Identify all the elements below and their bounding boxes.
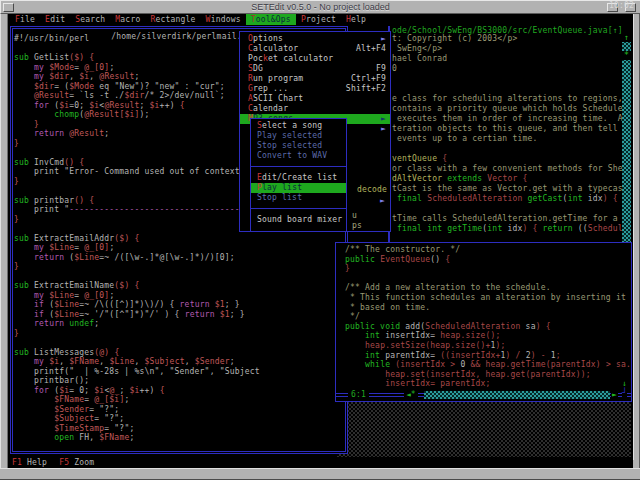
menu-item-sdg[interactable]: SDGF9 xyxy=(240,64,390,74)
code-line: ventQueue { xyxy=(392,154,628,164)
status-bar: F1 HelpF5 Zoom xyxy=(8,457,633,468)
code-line: for ($i= 0; $i<@_; $i++) { xyxy=(14,386,260,396)
code-line: print "---------------------------------… xyxy=(14,205,260,215)
hotkey-letter: k xyxy=(263,54,268,63)
menubar-item-project[interactable]: Project xyxy=(296,14,341,25)
code-line: return @Result; xyxy=(14,129,260,139)
code-line: tCast is the same as Vector.get with a t… xyxy=(392,184,628,194)
code-line: $Subject= "?"; xyxy=(14,414,260,424)
code-line: /** The constructor. */ xyxy=(345,245,631,255)
code-line: /** Add a new alteration to the schedule… xyxy=(345,283,631,293)
code-line: insertIdx= parentIdx; xyxy=(345,379,631,389)
code-line: chomp(@Result[$i]); xyxy=(14,110,260,120)
menu-separator xyxy=(251,203,346,215)
code-line: open FH, $FName; xyxy=(14,433,260,443)
menubar-item-tool-ops[interactable]: Tool&Ops xyxy=(246,14,296,25)
code-line: my $Line= @_[0]; xyxy=(14,291,260,301)
hotkey-letter: S xyxy=(75,15,80,24)
hotkey-letter: S xyxy=(248,64,253,73)
code-line: t: Copyright (c) 2003</p> xyxy=(392,34,628,44)
menubar-item-edit[interactable]: Edit xyxy=(40,14,70,25)
code-line: } xyxy=(14,215,260,225)
code-line: } xyxy=(14,262,260,272)
hotkey-letter: T xyxy=(251,15,256,24)
hotkey-letter: S xyxy=(257,121,262,130)
code-line: my $i, $FName, $Line, $Subject, $Sender; xyxy=(14,357,260,367)
code-line: sub GetList($) { xyxy=(14,53,260,63)
menu-item-pocket-calculator[interactable]: Pocket calculator xyxy=(240,54,390,64)
menu-item-grep-[interactable]: Grep ...Shift+F2 xyxy=(240,84,390,94)
code-line: events up to a certian time. xyxy=(392,134,628,144)
submenu-item-convert-to-wav: Convert to WAV xyxy=(251,151,346,161)
code-line: sub ExtractEmailName($) { xyxy=(14,281,260,291)
submenu-arrow-icon: ► xyxy=(381,124,386,134)
code-line: SwEng</p> xyxy=(392,44,628,54)
menu-shortcut: Alt+F4 xyxy=(356,44,386,54)
code-line: $TimeStamp= "?"; xyxy=(14,424,260,434)
window-border-right xyxy=(633,14,640,469)
menu-text-fragment: ps xyxy=(352,221,362,230)
desktop-pattern xyxy=(337,402,631,457)
hotkey-letter: A xyxy=(248,94,253,103)
menu-item-calendar[interactable]: Calendar xyxy=(240,104,390,114)
menu-item-run-program[interactable]: Run programCtrl+F9 xyxy=(240,74,390,84)
window-border-bottom[interactable] xyxy=(0,468,640,480)
menubar-item-help[interactable]: Help xyxy=(341,14,371,25)
code-line: if ($Line=~ /\(([^)]*)\)/) { return $1; … xyxy=(14,300,260,310)
code-line: $FName= @_[$i]; xyxy=(14,395,260,405)
submenu-item-edit-create-list[interactable]: Edit/Create list xyxy=(251,173,346,183)
code-line: heap.setSize(heap.size()+1); xyxy=(345,341,631,351)
code-line xyxy=(392,144,628,154)
code-line: executes them in order of increasing tim… xyxy=(392,114,628,124)
code-line xyxy=(14,186,260,196)
statusbar-item-help[interactable]: F1 Help xyxy=(12,458,47,467)
menubar-item-macro[interactable]: Macro xyxy=(110,14,145,25)
menu-shortcut: F9 xyxy=(376,64,386,74)
hotkey-letter: R xyxy=(248,74,253,83)
hotkey-letter: H xyxy=(346,15,351,24)
code-line: sub InvCmd() { xyxy=(14,158,260,168)
hotkey-letter: P xyxy=(257,183,262,192)
java-code-pane-top[interactable]: t: Copyright (c) 2003</p> SwEng</p>hael … xyxy=(392,34,628,234)
code-line: 0 xyxy=(392,64,628,74)
code-line xyxy=(392,84,628,94)
scroll-down-icon[interactable]: ↓ xyxy=(622,379,627,388)
menu-item-calculator[interactable]: CalculatorAlt+F4 xyxy=(240,44,390,54)
code-line: #!/usr/bin/perl xyxy=(14,34,260,44)
menubar-item-search[interactable]: Search xyxy=(70,14,110,25)
menu-shortcut: Ctrl+F9 xyxy=(351,74,386,84)
code-line: } xyxy=(345,264,631,274)
hotkey-letter: C xyxy=(248,104,253,113)
code-line: e class for scheduling alterations to re… xyxy=(392,94,628,104)
hotkey-letter: O xyxy=(248,34,253,43)
hotkey-letter: P xyxy=(301,15,306,24)
code-line: final ScheduledAlteration getCast(int id… xyxy=(392,194,628,204)
submenu-arrow-icon: ► xyxy=(380,196,385,205)
code-line: heap.set(insertIdx, heap.get(parentIdx))… xyxy=(345,370,631,380)
vertical-scrollbar[interactable] xyxy=(622,35,631,243)
horizontal-scrollbar[interactable] xyxy=(424,391,610,399)
scroll-left-icon[interactable]: ◄* xyxy=(404,390,418,399)
statusbar-item-zoom[interactable]: F5 Zoom xyxy=(59,458,94,467)
menubar-item-windows[interactable]: Windows xyxy=(201,14,246,25)
cursor-position-indicator: 6:1 xyxy=(348,390,369,399)
menubar-item-file[interactable]: File xyxy=(10,14,40,25)
scroll-right-icon[interactable]: ► xyxy=(611,390,618,399)
submenu-item-play-list[interactable]: Play list xyxy=(251,183,346,193)
scroll-thumb-icon[interactable]: * xyxy=(622,51,631,60)
perl-code-pane[interactable]: #!/usr/bin/perl sub GetList($) { my $Mod… xyxy=(14,34,260,443)
submenu-item-select-a-song[interactable]: Select a song xyxy=(251,121,346,131)
menu-item-ascii-chart[interactable]: ASCII Chart xyxy=(240,94,390,104)
code-line xyxy=(14,44,260,54)
code-line: hael Conrad xyxy=(392,54,628,64)
scroll-up-icon[interactable]: ↑ xyxy=(622,33,631,42)
java-code-pane-bottom[interactable]: /** The constructor. */public EventQueue… xyxy=(345,245,631,389)
menu-bar: FileEditSearchMacroRectangleWindowsTool&… xyxy=(8,14,633,25)
window-titlebar[interactable]: SETEdit v0.5.0 - No project loaded xyxy=(0,0,640,14)
hotkey-letter: G xyxy=(248,84,253,93)
submenu-item-sound-board-mixer[interactable]: Sound board mixer xyxy=(251,215,346,225)
code-line: @Result= `ls -t ./$dir/* 2>/dev/null`; xyxy=(14,91,260,101)
menu-item-options[interactable]: Options► xyxy=(240,34,390,44)
menubar-item-rectangle[interactable]: Rectangle xyxy=(145,14,200,25)
hotkey-letter: E xyxy=(45,15,50,24)
